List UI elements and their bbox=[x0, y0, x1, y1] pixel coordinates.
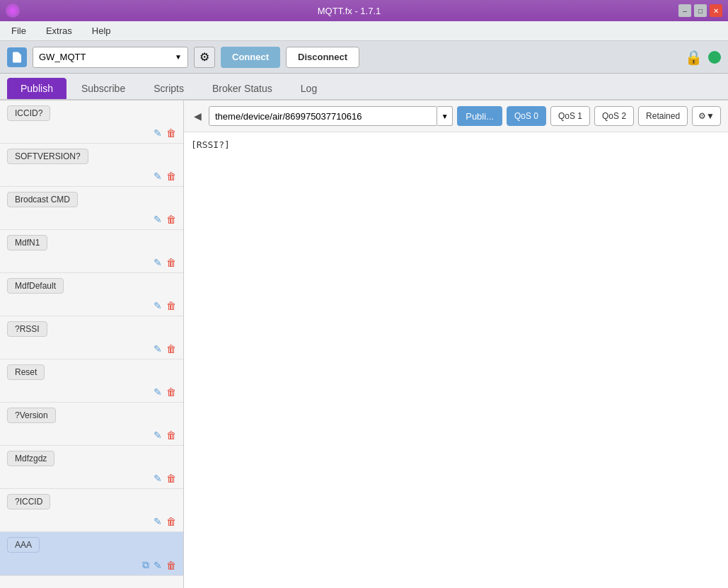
qos2-button[interactable]: QoS 2 bbox=[594, 106, 634, 126]
collapse-button[interactable]: ◀ bbox=[191, 109, 204, 123]
window-controls: – □ ✕ bbox=[678, 4, 722, 17]
profile-name: GW_MQTT bbox=[39, 52, 86, 62]
sidebar-item-actions: ✎ 🗑 bbox=[0, 169, 183, 186]
close-button[interactable]: ✕ bbox=[710, 4, 722, 17]
delete-icon[interactable]: 🗑 bbox=[166, 430, 176, 441]
copy-icon[interactable]: ⧉ bbox=[142, 559, 149, 571]
tab-bar: Publish Subscribe Scripts Broker Status … bbox=[0, 74, 728, 100]
qos0-button[interactable]: QoS 0 bbox=[507, 106, 546, 126]
edit-icon[interactable]: ✎ bbox=[154, 127, 162, 139]
edit-icon[interactable]: ✎ bbox=[154, 473, 162, 484]
online-status-dot bbox=[708, 51, 721, 64]
publish-button[interactable]: Publi... bbox=[457, 106, 502, 126]
list-item: MdfDefault bbox=[0, 273, 183, 299]
sidebar-item-actions: ✎ 🗑 bbox=[0, 299, 183, 316]
sidebar-item-aaa[interactable]: AAA bbox=[7, 537, 40, 553]
lock-icon: 🔒 bbox=[685, 49, 703, 66]
list-item: Reset bbox=[0, 359, 183, 385]
sidebar-item-mdfzgdz[interactable]: Mdfzgdz bbox=[7, 451, 54, 466]
edit-icon[interactable]: ✎ bbox=[154, 343, 162, 354]
connection-bar: GW_MQTT ▼ ⚙ Connect Disconnect 🔒 bbox=[0, 41, 728, 74]
list-item: SOFTVERSION? bbox=[0, 144, 183, 169]
sidebar-item-actions: ✎ 🗑 bbox=[0, 255, 183, 272]
list-item: MdfN1 bbox=[0, 230, 183, 255]
delete-icon[interactable]: 🗑 bbox=[166, 214, 176, 225]
sidebar-item-iccid[interactable]: ICCID? bbox=[7, 105, 50, 121]
connect-button[interactable]: Connect bbox=[221, 47, 280, 68]
edit-icon[interactable]: ✎ bbox=[154, 516, 162, 527]
tab-publish[interactable]: Publish bbox=[7, 78, 67, 99]
delete-icon[interactable]: 🗑 bbox=[166, 473, 176, 484]
sidebar-item-actions: ✎ 🗑 bbox=[0, 514, 183, 531]
sidebar-group-mdfdefault: MdfDefault ✎ 🗑 bbox=[0, 273, 183, 316]
sidebar-item-actions: ✎ 🗑 bbox=[0, 212, 183, 229]
sidebar-item-version[interactable]: ?Version bbox=[7, 408, 56, 423]
message-area[interactable]: [RSSI?] bbox=[184, 132, 728, 588]
sidebar-item-reset[interactable]: Reset bbox=[7, 364, 45, 380]
sidebar-item-iccid2[interactable]: ?ICCID bbox=[7, 494, 50, 509]
delete-icon[interactable]: 🗑 bbox=[166, 300, 176, 311]
delete-icon[interactable]: 🗑 bbox=[166, 127, 176, 139]
tab-log[interactable]: Log bbox=[287, 78, 330, 99]
edit-icon[interactable]: ✎ bbox=[154, 300, 162, 311]
list-item: AAA bbox=[0, 532, 183, 558]
sidebar-item-mdfdefault[interactable]: MdfDefault bbox=[7, 278, 64, 294]
dropdown-arrow-icon: ▼ bbox=[175, 53, 182, 61]
sidebar-group-aaa: AAA ⧉ ✎ 🗑 bbox=[0, 532, 183, 576]
sidebar: ICCID? ✎ 🗑 SOFTVERSION? ✎ 🗑 Brodcast CMD bbox=[0, 100, 184, 588]
sidebar-group-reset: Reset ✎ 🗑 bbox=[0, 359, 183, 403]
edit-icon[interactable]: ✎ bbox=[154, 257, 162, 268]
delete-icon[interactable]: 🗑 bbox=[166, 386, 176, 398]
sidebar-group-mdfn1: MdfN1 ✎ 🗑 bbox=[0, 230, 183, 273]
maximize-button[interactable]: □ bbox=[694, 4, 707, 17]
delete-icon[interactable]: 🗑 bbox=[166, 560, 176, 571]
topic-input[interactable] bbox=[209, 106, 437, 126]
sidebar-item-actions: ✎ 🗑 bbox=[0, 428, 183, 445]
collapse-icon: ◀ bbox=[194, 110, 202, 122]
sidebar-item-actions: ✎ 🗑 bbox=[0, 126, 183, 143]
sidebar-group-rssi: ?RSSI ✎ 🗑 bbox=[0, 316, 183, 359]
tab-scripts[interactable]: Scripts bbox=[140, 78, 197, 99]
list-item: ?ICCID bbox=[0, 489, 183, 514]
tab-subscribe[interactable]: Subscribe bbox=[68, 78, 139, 99]
delete-icon[interactable]: 🗑 bbox=[166, 257, 176, 268]
menu-help[interactable]: Help bbox=[86, 23, 117, 39]
qos1-button[interactable]: QoS 1 bbox=[550, 106, 590, 126]
list-item: Brodcast CMD bbox=[0, 187, 183, 212]
menu-extras[interactable]: Extras bbox=[40, 23, 78, 39]
list-item: ?RSSI bbox=[0, 316, 183, 342]
edit-icon[interactable]: ✎ bbox=[154, 560, 162, 571]
sidebar-item-softversion[interactable]: SOFTVERSION? bbox=[7, 149, 88, 164]
edit-icon[interactable]: ✎ bbox=[154, 214, 162, 225]
titlebar: MQTT.fx - 1.7.1 – □ ✕ bbox=[0, 0, 728, 21]
minimize-button[interactable]: – bbox=[678, 4, 691, 17]
sidebar-group-version: ?Version ✎ 🗑 bbox=[0, 403, 183, 446]
edit-icon[interactable]: ✎ bbox=[154, 171, 162, 182]
settings-gear-button[interactable]: ⚙ bbox=[194, 47, 215, 68]
retained-button[interactable]: Retained bbox=[638, 106, 688, 126]
connection-status: 🔒 bbox=[685, 49, 721, 66]
disconnect-button[interactable]: Disconnect bbox=[286, 47, 359, 68]
menu-file[interactable]: File bbox=[6, 23, 32, 39]
edit-icon[interactable]: ✎ bbox=[154, 386, 162, 398]
panel-settings-button[interactable]: ⚙▼ bbox=[692, 106, 721, 126]
sidebar-item-rssi[interactable]: ?RSSI bbox=[7, 321, 47, 337]
list-item: ?Version bbox=[0, 403, 183, 428]
sidebar-item-broadcast[interactable]: Brodcast CMD bbox=[7, 192, 78, 207]
delete-icon[interactable]: 🗑 bbox=[166, 343, 176, 354]
sidebar-item-actions: ✎ 🗑 bbox=[0, 342, 183, 359]
list-item: Mdfzgdz bbox=[0, 446, 183, 471]
delete-icon[interactable]: 🗑 bbox=[166, 171, 176, 182]
connection-icon bbox=[7, 47, 27, 67]
edit-icon[interactable]: ✎ bbox=[154, 430, 162, 441]
sidebar-item-mdfn1[interactable]: MdfN1 bbox=[7, 235, 47, 250]
sidebar-group-iccid: ICCID? ✎ 🗑 bbox=[0, 100, 183, 144]
main-content: ICCID? ✎ 🗑 SOFTVERSION? ✎ 🗑 Brodcast CMD bbox=[0, 100, 728, 588]
profile-dropdown[interactable]: GW_MQTT ▼ bbox=[33, 47, 188, 68]
message-content: [RSSI?] bbox=[191, 139, 230, 150]
topic-dropdown-arrow[interactable]: ▼ bbox=[437, 106, 453, 126]
app-icon bbox=[6, 4, 20, 18]
menubar: File Extras Help bbox=[0, 21, 728, 41]
delete-icon[interactable]: 🗑 bbox=[166, 516, 176, 527]
tab-broker-status[interactable]: Broker Status bbox=[199, 78, 286, 99]
